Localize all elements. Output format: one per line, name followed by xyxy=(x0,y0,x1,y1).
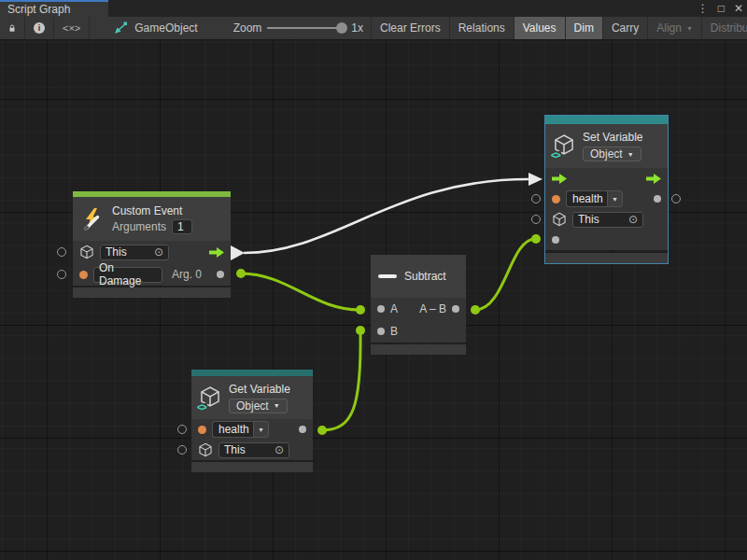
node-footer xyxy=(191,462,313,472)
chevron-down-icon: ▼ xyxy=(627,151,634,158)
arguments-count-field[interactable]: 1 xyxy=(172,219,192,234)
input-b-label: B xyxy=(390,325,398,338)
tab-label: Script Graph xyxy=(7,3,70,16)
align-dropdown[interactable]: Align ▼ xyxy=(648,17,702,39)
variable-name-dropdown[interactable]: health ▼ xyxy=(212,421,269,438)
zoom-label: Zoom xyxy=(233,21,262,35)
node-set-variable[interactable]: <> Set Variable Object ▼ xyxy=(545,116,668,263)
arg0-label: Arg. 0 xyxy=(172,268,202,281)
node-title: Get Variable xyxy=(229,383,290,397)
values-toggle[interactable]: Values xyxy=(514,17,566,39)
variable-name-port[interactable] xyxy=(198,426,206,434)
object-picker-icon: ⊙ xyxy=(275,444,284,455)
graph-owner[interactable]: GameObject xyxy=(106,17,204,39)
external-port[interactable] xyxy=(57,247,66,257)
control-output-port[interactable] xyxy=(209,247,224,258)
object-picker-icon: ⊙ xyxy=(628,214,638,225)
variable-name-dropdown[interactable]: health ▼ xyxy=(566,190,623,207)
chevron-down-icon: ▼ xyxy=(274,402,280,409)
node-footer xyxy=(371,344,466,355)
zoom-control: Zoom 1x xyxy=(226,17,371,39)
variable-kind-dropdown[interactable]: Object ▼ xyxy=(229,399,288,413)
value-output-port[interactable] xyxy=(654,195,661,203)
external-port[interactable] xyxy=(177,445,187,455)
carry-button[interactable]: Carry xyxy=(603,17,648,39)
close-icon[interactable]: ✕ xyxy=(734,0,743,17)
node-get-variable[interactable]: <> Get Variable Object ▼ health ▼ xyxy=(191,370,313,472)
gameobject-cube-icon xyxy=(79,245,94,259)
distribute-dropdown[interactable]: Distribute ▼ xyxy=(702,17,747,39)
node-color-bar xyxy=(545,116,668,124)
input-a-label: A xyxy=(390,302,398,315)
clear-errors-button[interactable]: Clear Errors xyxy=(372,17,450,39)
window-titlebar: Script Graph ⋮ □ ✕ xyxy=(0,0,747,17)
external-port[interactable] xyxy=(57,270,66,279)
relations-button[interactable]: Relations xyxy=(450,17,514,39)
gameobject-cube-icon xyxy=(198,442,213,457)
gameobject-cube-icon xyxy=(552,212,567,227)
unity-script-graph-window: Script Graph ⋮ □ ✕ i <×> GameObject Zo xyxy=(0,0,747,560)
control-output-port[interactable] xyxy=(646,174,661,184)
result-output-port[interactable] xyxy=(452,305,459,313)
external-port[interactable] xyxy=(177,425,187,434)
target-field[interactable]: This ⊙ xyxy=(218,442,289,458)
node-title: Subtract xyxy=(404,270,446,284)
variable-kind-dropdown[interactable]: Object ▼ xyxy=(583,147,641,161)
node-footer xyxy=(545,253,668,263)
result-label: A – B xyxy=(419,302,446,315)
zoom-value: 1x xyxy=(351,21,363,35)
value-input-port[interactable] xyxy=(552,236,559,244)
code-preview-button[interactable]: <×> xyxy=(54,17,90,39)
node-title: Set Variable xyxy=(583,131,642,145)
zoom-slider-handle[interactable] xyxy=(336,22,347,34)
external-port[interactable] xyxy=(531,215,541,224)
chevron-down-icon: ▼ xyxy=(686,25,693,32)
variable-name-port[interactable] xyxy=(552,195,560,203)
graph-icon xyxy=(114,21,128,35)
chevron-down-icon[interactable]: ▼ xyxy=(607,190,623,207)
chevron-down-icon[interactable]: ▼ xyxy=(253,421,269,438)
event-port[interactable] xyxy=(79,271,88,279)
value-output-port[interactable] xyxy=(299,426,306,433)
node-title: Custom Event xyxy=(112,204,192,218)
graph-toolbar: i <×> GameObject Zoom 1x Clear Errors Re… xyxy=(0,17,747,40)
input-a-port[interactable] xyxy=(377,305,385,313)
node-footer xyxy=(73,287,231,298)
arg0-output-port[interactable] xyxy=(217,271,224,278)
maximize-icon[interactable]: □ xyxy=(718,0,725,17)
info-button[interactable]: i xyxy=(25,17,54,39)
variable-badge-icon: <> xyxy=(196,403,207,413)
subtract-icon xyxy=(378,274,397,278)
external-port[interactable] xyxy=(531,194,541,203)
code-icon: <×> xyxy=(63,22,80,34)
custom-event-icon xyxy=(80,207,105,231)
info-icon: i xyxy=(34,22,45,34)
lock-button[interactable] xyxy=(0,17,25,39)
variable-cube-icon: <> xyxy=(553,133,575,159)
node-color-bar xyxy=(191,370,313,376)
arguments-label: Arguments xyxy=(112,220,166,233)
target-field[interactable]: This ⊙ xyxy=(572,212,643,228)
control-input-port[interactable] xyxy=(552,174,567,184)
node-subtract[interactable]: Subtract A A – B B xyxy=(371,255,466,355)
node-custom-event[interactable]: Custom Event Arguments 1 This ⊙ xyxy=(73,191,231,298)
external-port[interactable] xyxy=(671,194,681,203)
variable-cube-icon: <> xyxy=(199,385,221,411)
tab-script-graph[interactable]: Script Graph xyxy=(0,0,108,17)
zoom-slider[interactable] xyxy=(267,27,345,29)
target-field[interactable]: This ⊙ xyxy=(100,245,169,260)
dim-toggle[interactable]: Dim xyxy=(566,17,603,39)
event-name-field[interactable]: On Damage xyxy=(93,267,162,283)
input-b-port[interactable] xyxy=(377,328,385,335)
window-menu-icon[interactable]: ⋮ xyxy=(698,0,709,17)
variable-badge-icon: <> xyxy=(550,151,561,161)
lock-icon xyxy=(8,22,16,35)
object-picker-icon: ⊙ xyxy=(154,246,163,258)
gameobject-label: GameObject xyxy=(134,21,197,35)
